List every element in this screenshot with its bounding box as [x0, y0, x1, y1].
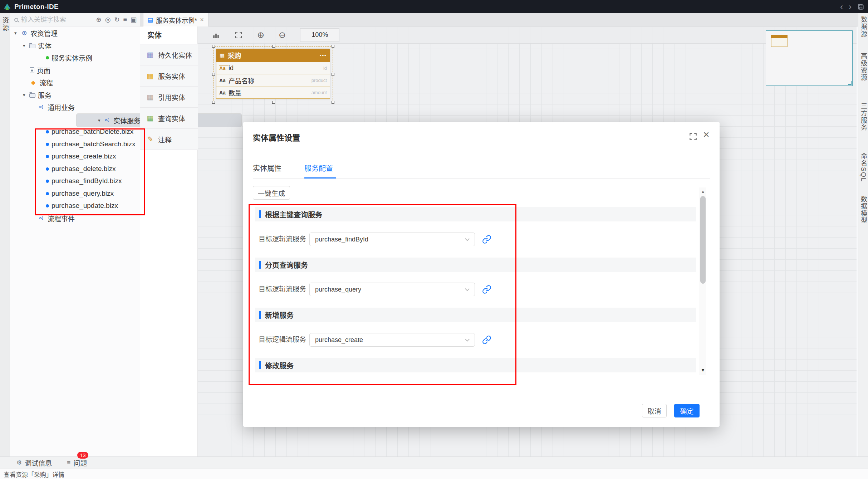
target-logic-flow-select[interactable]: purchase_create — [309, 333, 475, 347]
tree-item-process-event[interactable]: 流程事件 — [10, 212, 140, 224]
active-tab-underline — [304, 177, 336, 179]
search-input[interactable] — [21, 16, 96, 24]
tree-item-purchase-update[interactable]: purchase_update.bizx — [10, 200, 140, 212]
link-icon[interactable] — [482, 335, 491, 346]
tree-item-purchase-batchsearch[interactable]: purchase_batchSearch.bizx — [10, 138, 140, 150]
palette-item-reference-entity[interactable]: ▦ 引用实体 — [140, 87, 198, 108]
sort-icon[interactable]: ≡ — [123, 16, 127, 24]
chevron-down-icon — [465, 236, 470, 241]
tree-item-label: 农资管理 — [30, 28, 58, 38]
globe-icon: ⊕ — [21, 29, 28, 37]
tree-item-purchase-findbyid[interactable]: purchase_findById.bizx — [10, 175, 140, 187]
tree-item-label: 流程事件 — [48, 214, 75, 223]
refresh-icon[interactable]: ↻ — [114, 16, 119, 24]
caret-down-icon[interactable]: ▾ — [23, 43, 29, 48]
rail-tab-advanced-resources[interactable]: 高级资源 — [858, 53, 868, 81]
tree-item-page[interactable]: 页面 — [10, 64, 140, 76]
scroll-down-icon[interactable]: ▼ — [699, 366, 707, 375]
tree-item-purchase-create[interactable]: purchase_create.bizx — [10, 150, 140, 162]
palette-item-persistent-entity[interactable]: ▦ 持久化实体 — [140, 44, 198, 65]
tab-service-entity-example[interactable]: ▤ 服务实体示例* × — [143, 13, 209, 26]
tree-item-process[interactable]: ◆ 流程 — [10, 76, 140, 88]
palette-item-label: 持久化实体 — [158, 50, 192, 60]
tree-item-purchase-batchdelete[interactable]: purchase_batchDelete.bizx — [10, 126, 140, 138]
fullscreen-icon[interactable] — [688, 132, 698, 141]
confirm-button[interactable]: 确定 — [674, 404, 700, 417]
rail-tab-named-sql[interactable]: 命名SQL — [858, 153, 868, 182]
caret-down-icon[interactable]: ▾ — [23, 92, 29, 98]
entity-palette: 实体 ▦ 持久化实体 ▦ 服务实体 ▦ 引用实体 ▦ 查询实体 ✎ 注释 — [140, 26, 198, 456]
rail-tab-data-model[interactable]: 数据模型 — [858, 196, 868, 224]
problems-label: 问题 — [73, 458, 87, 468]
close-icon[interactable]: × — [200, 16, 204, 24]
section-header-create: 新增服务 — [255, 308, 696, 322]
rail-tab-third-party-services[interactable]: 三方服务 — [858, 103, 868, 131]
tree-item-entity[interactable]: ▾ 实体 — [10, 39, 140, 52]
caret-down-icon[interactable]: ▾ — [14, 30, 21, 36]
tree-item-label: purchase_batchDelete.bizx — [52, 128, 133, 136]
tree-item-label: purchase_findById.bizx — [52, 177, 122, 185]
scrollbar-thumb[interactable] — [700, 196, 706, 284]
debug-info-button[interactable]: ⚙ 调试信息 — [16, 458, 52, 468]
rail-tab-data-source[interactable]: 数据源 — [858, 16, 868, 38]
debug-gear-icon: ⚙ — [16, 459, 22, 466]
section-title: 修改服务 — [265, 360, 294, 371]
resource-explorer: ⊕ ◎ ↻ ≡ ▣ ▾ ⊕ 农资管理 ▾ 实体 服务实体示例 — [10, 13, 140, 456]
section-title: 根据主键查询服务 — [265, 209, 322, 220]
tab-service-config[interactable]: 服务配置 — [304, 161, 333, 176]
tree-item-service-entity-example[interactable]: 服务实体示例 — [10, 52, 140, 64]
target-logic-flow-select[interactable]: purchase_findById — [309, 233, 475, 246]
cancel-button[interactable]: 取消 — [642, 404, 667, 417]
status-text: 查看资源「采购」详情 — [4, 470, 64, 479]
entity-properties-dialog: 实体属性设置 × 实体属性 服务配置 一键生成 根据主键查询服务 目标逻辑流服务… — [243, 122, 720, 427]
link-icon[interactable] — [482, 235, 491, 245]
palette-item-annotation[interactable]: ✎ 注释 — [140, 129, 198, 150]
close-icon[interactable]: × — [703, 128, 710, 141]
tree-item-label: 页面 — [37, 65, 50, 75]
tree-item-label: 流程 — [39, 78, 53, 87]
link-icon[interactable] — [482, 285, 491, 295]
tree-item-common-business[interactable]: 通用业务 — [10, 101, 140, 113]
copy-panel-icon[interactable]: ▣ — [131, 16, 137, 24]
modal-scrollbar[interactable]: ▲ ▼ — [699, 187, 706, 375]
section-accent-bar — [259, 261, 261, 269]
tree-item-label: purchase_batchSearch.bizx — [52, 140, 135, 148]
rail-tab-resources[interactable]: 资源 — [0, 17, 10, 32]
palette-item-service-entity[interactable]: ▦ 服务实体 — [140, 65, 198, 87]
palette-item-query-entity[interactable]: ▦ 查询实体 — [140, 108, 198, 129]
blue-dot-icon — [46, 130, 49, 133]
blue-dot-icon — [46, 143, 49, 146]
explorer-search-row: ⊕ ◎ ↻ ≡ ▣ — [10, 13, 140, 26]
tab-entity-properties[interactable]: 实体属性 — [253, 161, 281, 176]
save-icon[interactable] — [857, 3, 864, 10]
field-label: 目标逻辑流服务 — [259, 233, 306, 246]
tree-item-label: purchase_update.bizx — [52, 202, 118, 210]
locate-icon[interactable]: ⊕ — [96, 16, 102, 24]
table-icon: ▦ — [146, 93, 155, 101]
scroll-up-icon[interactable]: ▲ — [699, 187, 707, 195]
section-title: 新增服务 — [265, 310, 294, 320]
palette-header: 实体 — [140, 26, 198, 44]
select-mode-icon[interactable]: ◎ — [105, 16, 111, 24]
back-icon[interactable]: ‹ — [840, 0, 843, 13]
section-accent-bar — [259, 311, 261, 319]
status-bar: 查看资源「采购」详情 — [0, 469, 868, 479]
one-click-generate-button[interactable]: 一键生成 — [253, 186, 290, 200]
caret-down-icon[interactable]: ▾ — [98, 118, 104, 123]
select-value: purchase_create — [315, 336, 466, 344]
target-logic-flow-select[interactable]: purchase_query — [309, 283, 475, 296]
tree-item-service[interactable]: ▾ 服务 — [10, 89, 140, 101]
tree-item-label: 通用业务 — [48, 102, 75, 112]
forward-icon[interactable]: › — [849, 0, 852, 13]
blue-dot-icon — [46, 180, 49, 183]
table-icon: ▦ — [146, 72, 155, 80]
field-label: 目标逻辑流服务 — [259, 333, 306, 347]
problems-count-badge: 13 — [77, 452, 88, 459]
title-bar: Primeton-IDE ‹ › — [0, 0, 868, 13]
tree-item-purchase-delete[interactable]: purchase_delete.bizx — [10, 163, 140, 175]
tree-item-purchase-query[interactable]: purchase_query.bizx — [10, 187, 140, 200]
tree-item-label: purchase_query.bizx — [52, 190, 114, 197]
tree-item-agro-management[interactable]: ▾ ⊕ 农资管理 — [10, 27, 140, 39]
file-icon: ▤ — [148, 16, 153, 23]
problems-button[interactable]: ≡ 问题 — [67, 458, 87, 468]
